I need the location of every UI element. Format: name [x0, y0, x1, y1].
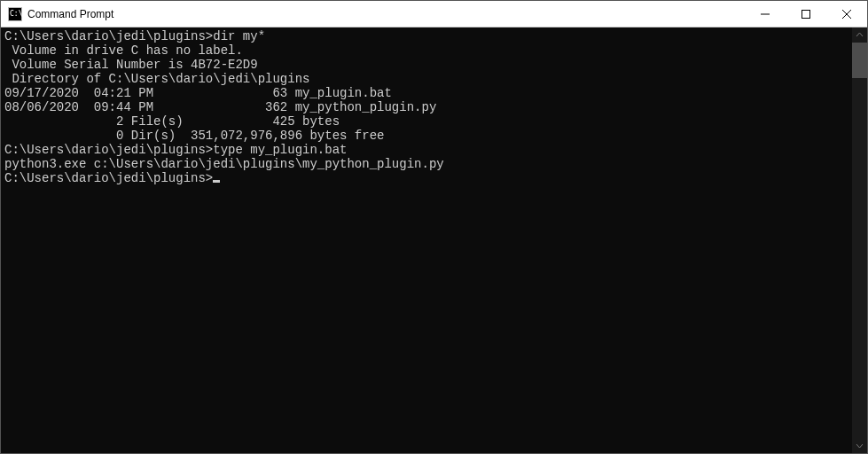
window-controls — [745, 1, 867, 27]
terminal-line: 09/17/2020 04:21 PM 63 my_plugin.bat — [4, 86, 848, 100]
cmd-icon: C:\ — [8, 7, 22, 21]
svg-text:C:\: C:\ — [10, 10, 22, 18]
scroll-up-arrow-icon[interactable] — [852, 27, 867, 43]
close-button[interactable] — [826, 1, 867, 27]
terminal-line: Directory of C:\Users\dario\jedi\plugins — [4, 72, 848, 86]
cursor-icon — [213, 180, 220, 183]
terminal-line: 08/06/2020 09:44 PM 362 my_python_plugin… — [4, 100, 848, 114]
window-frame: C:\ Command Prompt C:\Users\dario\jedi\p… — [0, 0, 868, 454]
scroll-down-arrow-icon[interactable] — [852, 438, 867, 453]
terminal-prompt: C:\Users\dario\jedi\plugins> — [4, 171, 848, 185]
terminal-line: C:\Users\dario\jedi\plugins>dir my* — [4, 29, 848, 43]
minimize-button[interactable] — [745, 1, 786, 27]
client-area: C:\Users\dario\jedi\plugins>dir my* Volu… — [1, 27, 867, 453]
terminal-line: python3.exe c:\Users\dario\jedi\plugins\… — [4, 157, 848, 171]
maximize-button[interactable] — [786, 1, 826, 27]
terminal-line: Volume Serial Number is 4B72-E2D9 — [4, 58, 848, 72]
window-title: Command Prompt — [27, 8, 113, 20]
scroll-thumb[interactable] — [852, 43, 867, 78]
titlebar[interactable]: C:\ Command Prompt — [1, 1, 867, 27]
terminal-line: Volume in drive C has no label. — [4, 43, 848, 58]
terminal-line: 0 Dir(s) 351,072,976,896 bytes free — [4, 129, 848, 143]
vertical-scrollbar[interactable] — [852, 27, 867, 453]
svg-rect-4 — [802, 10, 810, 18]
scroll-track[interactable] — [852, 43, 867, 438]
terminal[interactable]: C:\Users\dario\jedi\plugins>dir my* Volu… — [1, 27, 852, 453]
terminal-line: C:\Users\dario\jedi\plugins>type my_plug… — [4, 143, 848, 157]
terminal-line: 2 File(s) 425 bytes — [4, 114, 848, 129]
